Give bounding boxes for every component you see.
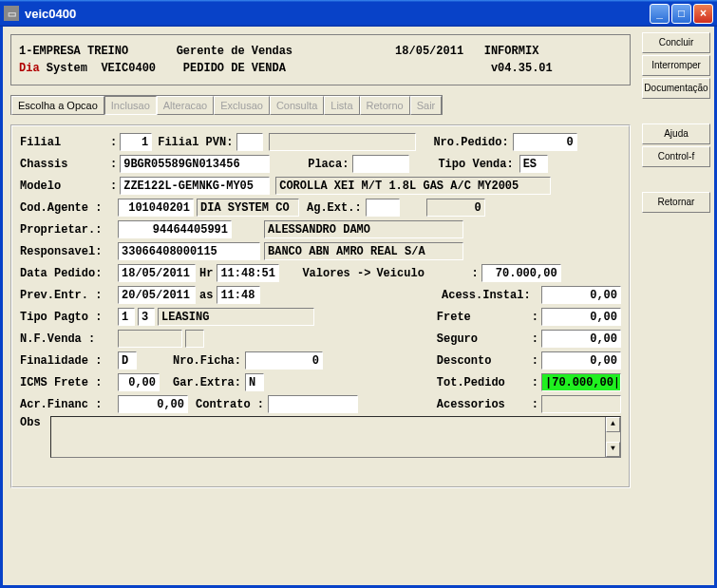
label-tipo-pagto: Tipo Pagto : [20,311,115,324]
side-retornar[interactable]: Retornar [642,192,710,213]
label-placa: Placa: [308,158,349,171]
maximize-button[interactable]: □ [671,4,691,24]
toolbar-exclusao[interactable]: Exclusao [214,96,270,115]
acess-instal-field[interactable] [541,286,621,304]
label-gar-extra: Gar.Extra: [173,376,241,389]
placa-field[interactable] [352,155,409,173]
scrollbar[interactable]: ▲ ▼ [605,417,620,457]
proprietar-cod-field[interactable] [118,220,232,238]
form-panel: Filial: Filial PVN: Nro.Pedido: Chassis:… [10,124,631,488]
modelo-desc [275,177,551,195]
toolbar-inclusao[interactable]: Inclusao [104,96,157,115]
frete-field[interactable] [541,308,621,326]
nf-venda1 [118,330,182,348]
label-nf-venda: N.F.Venda : [20,332,115,346]
acr-financ-field[interactable] [118,395,188,413]
tipo-pagto1-field[interactable] [118,308,135,326]
tot-pedido-field [541,373,621,391]
cod-agente-desc [197,199,299,217]
label-responsavel: Responsavel: [20,245,115,258]
label-desconto: Desconto [437,354,532,368]
label-prev-entr: Prev.Entr. : [20,289,115,302]
ag-ext2 [426,199,485,217]
responsavel-desc [264,242,463,260]
minimize-button[interactable]: _ [650,4,670,24]
label-proprietar: Proprietar.: [20,223,115,237]
cod-agente-field[interactable] [118,199,194,217]
label-finalidade: Finalidade : [20,354,115,368]
side-concluir[interactable]: Concluir [642,32,710,53]
label-nro-pedido: Nro.Pedido: [433,136,508,149]
label-nro-ficha: Nro.Ficha: [173,354,241,368]
toolbar-escolha[interactable]: Escolha a Opcao [11,96,104,115]
side-ajuda[interactable]: Ajuda [642,123,710,144]
label-icms-frete: ICMS Frete : [20,376,115,389]
titlebar: ▭ veic0400 _ □ × [0,0,717,27]
finalidade-field[interactable] [118,351,137,370]
side-controlf[interactable]: Control-f [642,146,710,167]
close-button[interactable]: × [693,4,713,24]
data-pedido-field[interactable] [118,264,196,282]
toolbar-sair[interactable]: Sair [410,96,443,115]
side-interromper[interactable]: Interromper [642,55,710,76]
label-ag-ext: Ag.Ext.: [307,201,362,215]
contrato-field[interactable] [268,395,358,413]
app-icon: ▭ [4,6,19,21]
filial-pvn-desc [269,133,416,151]
window-title: veic0400 [23,7,650,21]
label-valores: Valores -> [302,267,370,280]
tipo-venda-field[interactable] [519,155,548,173]
hr-field[interactable] [217,264,279,282]
nro-ficha-field[interactable] [245,351,323,370]
as-field[interactable] [217,286,260,304]
prev-entr-field[interactable] [118,286,196,304]
label-acessorios: Acessorios [437,398,532,411]
label-obs: Obs [20,416,47,429]
label-as: as [199,289,213,302]
tipo-pagto2-field[interactable] [138,308,155,326]
header-block: 1-EMPRESA TREINO Gerente de Vendas 18/05… [10,34,631,85]
filial-pvn-field[interactable] [236,133,263,151]
label-frete: Frete [437,311,532,324]
label-seguro: Seguro [437,332,532,346]
responsavel-cod-field[interactable] [118,242,260,260]
obs-box[interactable]: ▲ ▼ [50,416,621,458]
proprietar-desc [264,220,463,238]
side-panel: Concluir Interromper Documentação Ajuda … [638,27,714,585]
toolbar-consulta[interactable]: Consulta [270,96,324,115]
toolbar-alteracao[interactable]: Alteracao [157,96,214,115]
scroll-down-icon[interactable]: ▼ [606,442,620,457]
label-data-pedido: Data Pedido: [20,267,115,280]
toolbar: Escolha a Opcao Inclusao Alteracao Exclu… [10,95,443,115]
ag-ext-field[interactable] [366,199,400,217]
label-modelo: Modelo [20,180,110,193]
veiculo-field[interactable] [481,264,561,282]
acessorios-field [541,395,621,413]
filial-field[interactable] [120,133,152,151]
label-acess-instal: Acess.Instal: [442,289,541,302]
label-filial: Filial [20,136,110,149]
label-tot-pedido: Tot.Pedido [437,376,532,389]
label-filial-pvn: Filial PVN: [158,136,233,149]
label-chassis: Chassis [20,158,110,171]
nro-pedido-field[interactable] [513,133,577,151]
gar-extra-field[interactable] [245,373,264,391]
chassis-field[interactable] [120,155,270,173]
label-acr-financ: Acr.Financ : [20,398,115,411]
label-cod-agente: Cod.Agente : [20,201,115,215]
toolbar-lista[interactable]: Lista [324,96,359,115]
tipo-pagto-desc [158,308,314,326]
label-veiculo: Veiculo [376,267,471,280]
seguro-field[interactable] [541,330,621,348]
icms-frete-field[interactable] [118,373,160,391]
label-tipo-venda: Tipo Venda: [438,158,513,171]
label-hr: Hr [199,267,213,280]
modelo-cod-field[interactable] [120,177,270,195]
scroll-up-icon[interactable]: ▲ [606,417,620,432]
label-contrato: Contrato : [196,398,264,411]
toolbar-retorno[interactable]: Retorno [360,96,410,115]
desconto-field[interactable] [541,351,621,370]
nf-venda2 [185,330,204,348]
side-documentacao[interactable]: Documentação [642,78,710,99]
